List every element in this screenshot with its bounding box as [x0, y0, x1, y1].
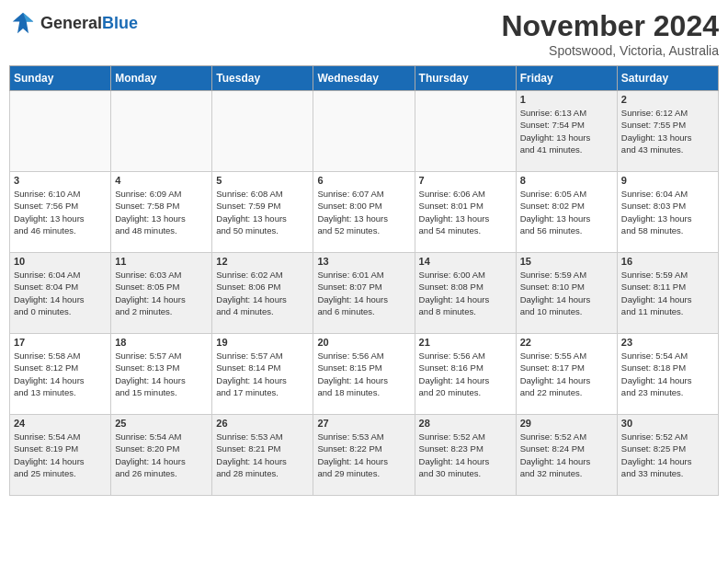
day-number: 19	[216, 337, 309, 348]
calendar-cell: 15Sunrise: 5:59 AM Sunset: 8:10 PM Dayli…	[516, 253, 617, 334]
day-info: Sunrise: 6:10 AM Sunset: 7:56 PM Dayligh…	[14, 188, 107, 236]
calendar-cell: 21Sunrise: 5:56 AM Sunset: 8:16 PM Dayli…	[415, 334, 516, 415]
weekday-header-friday: Friday	[516, 66, 617, 91]
day-info: Sunrise: 5:53 AM Sunset: 8:21 PM Dayligh…	[216, 431, 309, 479]
location-title: Spotswood, Victoria, Australia	[501, 43, 719, 58]
day-number: 13	[317, 256, 410, 267]
day-number: 16	[621, 256, 714, 267]
day-number: 7	[419, 175, 512, 186]
day-number: 29	[520, 418, 613, 429]
calendar-cell: 8Sunrise: 6:05 AM Sunset: 8:02 PM Daylig…	[516, 172, 617, 253]
day-info: Sunrise: 6:03 AM Sunset: 8:05 PM Dayligh…	[115, 269, 208, 317]
calendar: SundayMondayTuesdayWednesdayThursdayFrid…	[9, 65, 719, 496]
calendar-cell	[415, 91, 516, 172]
day-info: Sunrise: 5:54 AM Sunset: 8:18 PM Dayligh…	[621, 350, 714, 398]
calendar-cell: 3Sunrise: 6:10 AM Sunset: 7:56 PM Daylig…	[10, 172, 111, 253]
day-number: 26	[216, 418, 309, 429]
day-info: Sunrise: 5:56 AM Sunset: 8:16 PM Dayligh…	[419, 350, 512, 398]
calendar-cell	[111, 91, 212, 172]
day-number: 28	[419, 418, 512, 429]
day-number: 3	[14, 175, 107, 186]
day-info: Sunrise: 6:00 AM Sunset: 8:08 PM Dayligh…	[419, 269, 512, 317]
weekday-header-monday: Monday	[111, 66, 212, 91]
day-info: Sunrise: 5:57 AM Sunset: 8:14 PM Dayligh…	[216, 350, 309, 398]
month-title: November 2024	[501, 9, 719, 43]
week-row-3: 17Sunrise: 5:58 AM Sunset: 8:12 PM Dayli…	[10, 334, 719, 415]
calendar-cell: 5Sunrise: 6:08 AM Sunset: 7:59 PM Daylig…	[212, 172, 313, 253]
calendar-cell: 2Sunrise: 6:12 AM Sunset: 7:55 PM Daylig…	[617, 91, 718, 172]
day-number: 12	[216, 256, 309, 267]
calendar-cell: 30Sunrise: 5:52 AM Sunset: 8:25 PM Dayli…	[617, 415, 718, 496]
day-number: 17	[14, 337, 107, 348]
day-number: 18	[115, 337, 208, 348]
weekday-header-row: SundayMondayTuesdayWednesdayThursdayFrid…	[10, 66, 719, 91]
logo-icon	[9, 9, 37, 37]
calendar-cell: 13Sunrise: 6:01 AM Sunset: 8:07 PM Dayli…	[313, 253, 415, 334]
week-row-1: 3Sunrise: 6:10 AM Sunset: 7:56 PM Daylig…	[10, 172, 719, 253]
calendar-cell: 22Sunrise: 5:55 AM Sunset: 8:17 PM Dayli…	[516, 334, 617, 415]
calendar-cell	[10, 91, 111, 172]
week-row-2: 10Sunrise: 6:04 AM Sunset: 8:04 PM Dayli…	[10, 253, 719, 334]
logo-blue: Blue	[102, 14, 138, 32]
calendar-cell: 27Sunrise: 5:53 AM Sunset: 8:22 PM Dayli…	[313, 415, 415, 496]
day-info: Sunrise: 5:59 AM Sunset: 8:10 PM Dayligh…	[520, 269, 613, 317]
day-info: Sunrise: 5:54 AM Sunset: 8:19 PM Dayligh…	[14, 431, 107, 479]
day-number: 10	[14, 256, 107, 267]
day-info: Sunrise: 5:52 AM Sunset: 8:25 PM Dayligh…	[621, 431, 714, 479]
day-info: Sunrise: 6:07 AM Sunset: 8:00 PM Dayligh…	[317, 188, 410, 236]
day-info: Sunrise: 6:09 AM Sunset: 7:58 PM Dayligh…	[115, 188, 208, 236]
logo: GeneralBlue	[9, 9, 138, 37]
day-info: Sunrise: 6:02 AM Sunset: 8:06 PM Dayligh…	[216, 269, 309, 317]
day-number: 2	[621, 94, 714, 105]
day-number: 8	[520, 175, 613, 186]
calendar-cell: 11Sunrise: 6:03 AM Sunset: 8:05 PM Dayli…	[111, 253, 212, 334]
day-number: 23	[621, 337, 714, 348]
day-number: 1	[520, 94, 613, 105]
day-info: Sunrise: 6:08 AM Sunset: 7:59 PM Dayligh…	[216, 188, 309, 236]
day-info: Sunrise: 5:54 AM Sunset: 8:20 PM Dayligh…	[115, 431, 208, 479]
calendar-cell: 28Sunrise: 5:52 AM Sunset: 8:23 PM Dayli…	[415, 415, 516, 496]
calendar-cell: 25Sunrise: 5:54 AM Sunset: 8:20 PM Dayli…	[111, 415, 212, 496]
calendar-cell: 23Sunrise: 5:54 AM Sunset: 8:18 PM Dayli…	[617, 334, 718, 415]
calendar-cell: 29Sunrise: 5:52 AM Sunset: 8:24 PM Dayli…	[516, 415, 617, 496]
svg-marker-0	[13, 13, 34, 34]
calendar-cell: 6Sunrise: 6:07 AM Sunset: 8:00 PM Daylig…	[313, 172, 415, 253]
day-info: Sunrise: 5:52 AM Sunset: 8:24 PM Dayligh…	[520, 431, 613, 479]
calendar-cell: 1Sunrise: 6:13 AM Sunset: 7:54 PM Daylig…	[516, 91, 617, 172]
day-number: 30	[621, 418, 714, 429]
calendar-cell: 4Sunrise: 6:09 AM Sunset: 7:58 PM Daylig…	[111, 172, 212, 253]
day-number: 5	[216, 175, 309, 186]
calendar-cell: 12Sunrise: 6:02 AM Sunset: 8:06 PM Dayli…	[212, 253, 313, 334]
day-number: 14	[419, 256, 512, 267]
day-info: Sunrise: 6:12 AM Sunset: 7:55 PM Dayligh…	[621, 107, 714, 155]
day-info: Sunrise: 5:56 AM Sunset: 8:15 PM Dayligh…	[317, 350, 410, 398]
weekday-header-sunday: Sunday	[10, 66, 111, 91]
day-info: Sunrise: 5:53 AM Sunset: 8:22 PM Dayligh…	[317, 431, 410, 479]
logo-general: General	[40, 14, 102, 32]
calendar-cell: 24Sunrise: 5:54 AM Sunset: 8:19 PM Dayli…	[10, 415, 111, 496]
day-info: Sunrise: 5:57 AM Sunset: 8:13 PM Dayligh…	[115, 350, 208, 398]
day-number: 4	[115, 175, 208, 186]
day-info: Sunrise: 6:05 AM Sunset: 8:02 PM Dayligh…	[520, 188, 613, 236]
day-number: 15	[520, 256, 613, 267]
day-info: Sunrise: 6:01 AM Sunset: 8:07 PM Dayligh…	[317, 269, 410, 317]
calendar-cell: 19Sunrise: 5:57 AM Sunset: 8:14 PM Dayli…	[212, 334, 313, 415]
title-area: November 2024 Spotswood, Victoria, Austr…	[501, 9, 719, 58]
calendar-cell: 17Sunrise: 5:58 AM Sunset: 8:12 PM Dayli…	[10, 334, 111, 415]
calendar-cell: 16Sunrise: 5:59 AM Sunset: 8:11 PM Dayli…	[617, 253, 718, 334]
calendar-cell	[313, 91, 415, 172]
calendar-cell: 14Sunrise: 6:00 AM Sunset: 8:08 PM Dayli…	[415, 253, 516, 334]
calendar-cell: 26Sunrise: 5:53 AM Sunset: 8:21 PM Dayli…	[212, 415, 313, 496]
day-number: 22	[520, 337, 613, 348]
day-number: 6	[317, 175, 410, 186]
calendar-cell: 10Sunrise: 6:04 AM Sunset: 8:04 PM Dayli…	[10, 253, 111, 334]
day-number: 21	[419, 337, 512, 348]
weekday-header-wednesday: Wednesday	[313, 66, 415, 91]
day-info: Sunrise: 5:58 AM Sunset: 8:12 PM Dayligh…	[14, 350, 107, 398]
weekday-header-tuesday: Tuesday	[212, 66, 313, 91]
weekday-header-saturday: Saturday	[617, 66, 718, 91]
logo-text: GeneralBlue	[40, 14, 138, 33]
day-number: 25	[115, 418, 208, 429]
weekday-header-thursday: Thursday	[415, 66, 516, 91]
day-number: 9	[621, 175, 714, 186]
